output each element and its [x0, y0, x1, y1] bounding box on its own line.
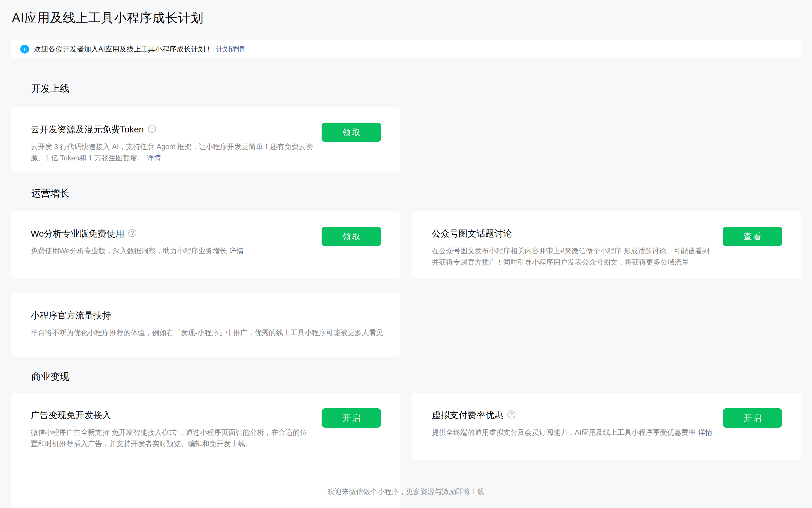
card-description: 提供全终端的通用虚拟支付及会员订阅能力，AI应用及线上工具小程序享受优惠费率详情: [432, 427, 735, 438]
plan-details-link[interactable]: 计划详情: [216, 44, 244, 54]
card-traffic-support: 小程序官方流量扶持 平台将不断的优化小程序推荐的体验，例如在「发现-小程序」中推…: [11, 293, 401, 357]
section-heading-operations: 运营增长: [31, 187, 69, 200]
card-we-analytics: We分析专业版免费使用 ? 免费使用We分析专业版，深入数据洞察，助力小程序业务…: [11, 211, 401, 279]
view-button-topic[interactable]: 查看: [723, 227, 782, 246]
card-title: 公众号图文话题讨论: [432, 228, 512, 240]
footer-note: 欢迎来微信做个小程序，更多资源与激励即将上线: [0, 487, 812, 496]
card-virtual-payment: 虚拟支付费率优惠 ? 提供全终端的通用虚拟支付及会员订阅能力，AI应用及线上工具…: [412, 393, 802, 460]
section-heading-development: 开发上线: [31, 82, 69, 95]
detail-link[interactable]: 详情: [147, 154, 161, 162]
enable-button-vpay[interactable]: 开启: [723, 408, 782, 428]
claim-button-we-analytics[interactable]: 领取: [322, 227, 381, 246]
card-title: We分析专业版免费使用: [31, 228, 124, 240]
card-title: 虚拟支付费率优惠: [432, 409, 503, 421]
card-description-text: 免费使用We分析专业版，深入数据洞察，助力小程序业务增长: [31, 247, 227, 255]
welcome-banner: i 欢迎各位开发者加入AI应用及线上工具小程序成长计划！ 计划详情: [11, 40, 801, 58]
card-title: 广告变现免开发接入: [31, 409, 111, 421]
enable-button-ad[interactable]: 开启: [322, 408, 381, 428]
card-description-text: 微信小程序广告全新支持“免开发智能接入模式”，通过小程序页面智能分析，在合适的位…: [31, 428, 307, 448]
card-title-row: 小程序官方流量扶持: [31, 309, 381, 322]
card-cloud-dev-resources: 云开发资源及混元免费Token ? 云开发 3 行代码快速接入 AI，支持任意 …: [11, 107, 401, 173]
card-description-text: 提供全终端的通用虚拟支付及会员订阅能力，AI应用及线上工具小程序享受优惠费率: [432, 428, 696, 436]
card-description-text: 云开发 3 行代码快速接入 AI，支持任意 Agent 框架，让小程序开发更简单…: [31, 142, 313, 162]
card-description: 在公众号图文发布小程序相关内容并带上#来微信做个小程序 形成话题讨论、可能被看到…: [432, 245, 715, 268]
help-icon[interactable]: ?: [148, 125, 156, 133]
card-description-text: 平台将不断的优化小程序推荐的体验，例如在「发现-小程序」中推广，优秀的线上工具小…: [31, 329, 383, 337]
section-heading-monetization: 商业变现: [31, 370, 69, 383]
card-description-text: 在公众号图文发布小程序相关内容并带上#来微信做个小程序 形成话题讨论、可能被看到…: [432, 247, 709, 266]
card-title: 云开发资源及混元免费Token: [31, 124, 144, 136]
card-description: 免费使用We分析专业版，深入数据洞察，助力小程序业务增长详情: [31, 245, 314, 257]
claim-button-cloud-dev[interactable]: 领取: [322, 123, 381, 142]
card-description: 云开发 3 行代码快速接入 AI，支持任意 Agent 框架，让小程序开发更简单…: [31, 141, 314, 164]
help-icon[interactable]: ?: [128, 229, 136, 237]
banner-text: 欢迎各位开发者加入AI应用及线上工具小程序成长计划！: [34, 44, 212, 54]
card-official-account-topic: 公众号图文话题讨论 在公众号图文发布小程序相关内容并带上#来微信做个小程序 形成…: [412, 211, 802, 279]
info-icon: i: [20, 45, 29, 53]
help-icon[interactable]: ?: [508, 410, 516, 418]
detail-link[interactable]: 详情: [230, 247, 244, 255]
card-title: 小程序官方流量扶持: [31, 309, 111, 322]
card-description: 平台将不断的优化小程序推荐的体验，例如在「发现-小程序」中推广，优秀的线上工具小…: [31, 327, 391, 338]
growth-plan-page: AI应用及线上工具小程序成长计划 i 欢迎各位开发者加入AI应用及线上工具小程序…: [0, 0, 812, 508]
card-description: 微信小程序广告全新支持“免开发智能接入模式”，通过小程序页面智能分析，在合适的位…: [31, 427, 314, 450]
page-title: AI应用及线上工具小程序成长计划: [12, 9, 204, 26]
detail-link[interactable]: 详情: [698, 428, 713, 436]
